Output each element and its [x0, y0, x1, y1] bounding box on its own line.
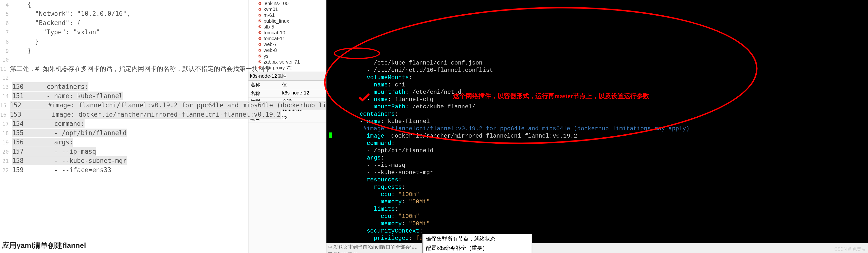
terminal-line: privileged: false — [339, 235, 866, 242]
tree-item-label: zabbix-server-71 — [264, 59, 300, 65]
session-icon — [258, 48, 262, 52]
line-number: 4 — [0, 0, 12, 9]
send-icon[interactable]: ✉ — [328, 244, 332, 250]
editor-line[interactable]: 10 — [0, 56, 248, 64]
tree-item-label: web-7 — [264, 42, 277, 47]
session-tree[interactable]: jenkins-100kvm01m-61public_linuxslb-5tom… — [248, 0, 326, 72]
line-number: 14 — [0, 92, 12, 101]
terminal-panel: 这个网络插件，以容器形式，运行再master节点上，以及设置运行参数 - /et… — [327, 0, 868, 253]
line-number: 7 — [0, 28, 12, 37]
tree-item-label: tomcat-11 — [264, 36, 285, 41]
code-text: 151 - name: kube-flannel — [12, 92, 123, 100]
editor-line[interactable]: 15152 #image: flannelcni/flannel:v0.19.2… — [0, 101, 248, 110]
annotation-ellipse-small — [334, 48, 380, 59]
session-icon — [258, 60, 262, 64]
line-number: 19 — [0, 138, 12, 147]
terminal-line: requests: — [339, 184, 866, 191]
editor-line[interactable]: 4 { — [0, 0, 248, 9]
props-header-key: 名称 — [248, 81, 280, 89]
task-snippet: 确保集群所有节点，就绪状态 配置k8s命令补全（重要） — [422, 234, 532, 253]
code-text: 154 command: — [12, 119, 85, 128]
terminal-line: memory: "50Mi" — [339, 198, 866, 205]
editor-line[interactable]: 14151 - name: kube-flannel — [0, 92, 248, 101]
props-row: 名称k8s-node-12 — [248, 89, 326, 98]
tree-item[interactable]: web-7 — [250, 41, 326, 47]
terminal-line: - --ip-masq — [339, 162, 866, 169]
tree-item[interactable]: ysl — [250, 53, 326, 59]
session-icon — [258, 36, 262, 41]
editor-line[interactable]: 9 } — [0, 46, 248, 56]
snippet-line: 配置k8s命令补全（重要） — [423, 244, 532, 253]
editor-line[interactable]: 11第二处，# 如果机器存在多网卡的话，指定内网网卡的名称，默认不指定的话会找第… — [0, 64, 248, 73]
editor-line[interactable]: 19156 args: — [0, 138, 248, 147]
tree-item-label: m-61 — [264, 12, 275, 18]
code-text: 152 #image: flannelcni/flannel:v0.19.2 f… — [10, 101, 334, 109]
code-text: 150 containers: — [12, 82, 88, 91]
tree-item[interactable]: public_linux — [250, 18, 326, 24]
code-text: { — [12, 0, 31, 9]
line-number: 12 — [0, 73, 12, 82]
tree-item[interactable]: m-61 — [250, 12, 326, 18]
editor-line[interactable]: 12 — [0, 73, 248, 82]
session-icon — [258, 1, 262, 6]
editor-panel: 4 {5 "Network": "10.2.0.0/16",6 "Backend… — [0, 0, 248, 253]
terminal-line: - /opt/bin/flanneld — [339, 147, 866, 154]
line-number: 5 — [0, 10, 12, 19]
tree-item-label: tomcat-10 — [264, 30, 285, 36]
line-number: 15 — [0, 101, 10, 110]
code-text: "Type": "vxlan" — [12, 28, 100, 36]
watermark: CSDN @免费名 — [834, 246, 866, 252]
tree-item-label: slb-5 — [264, 24, 274, 30]
editor-line[interactable]: 5 "Network": "10.2.0.0/16", — [0, 9, 248, 19]
terminal-line: limits: — [339, 205, 866, 213]
tree-item-label: web-8 — [264, 48, 277, 53]
editor-line[interactable]: 7 "Type": "vxlan" — [0, 28, 248, 37]
terminal-line: containers: — [339, 110, 866, 118]
terminal-line: args: — [339, 154, 866, 162]
line-number: 10 — [0, 56, 12, 64]
props-header-val: 值 — [280, 81, 326, 89]
terminal-line: cpu: "100m" — [339, 191, 866, 198]
code-text: 157 - --ip-masq — [12, 147, 96, 156]
terminal-line: cpu: "100m" — [339, 213, 866, 220]
code-text: 158 - --kube-subnet-mgr — [12, 156, 127, 165]
editor-content[interactable]: 4 {5 "Network": "10.2.0.0/16",6 "Backend… — [0, 0, 248, 236]
editor-line[interactable]: 17154 command: — [0, 119, 248, 129]
editor-line[interactable]: 22159 - --iface=ens33 — [0, 166, 248, 175]
session-icon — [258, 7, 262, 11]
terminal-output[interactable]: 这个网络插件，以容器形式，运行再master节点上，以及设置运行参数 - /et… — [327, 0, 868, 243]
snippet-line: 确保集群所有节点，就绪状态 — [423, 234, 532, 244]
props-value: k8s-node-12 — [280, 89, 326, 98]
editor-line[interactable]: 8 } — [0, 37, 248, 46]
session-tree-panel: jenkins-100kvm01m-61public_linuxslb-5tom… — [248, 0, 327, 253]
terminal-line: - name: kube-flannel — [339, 118, 866, 125]
code-text: 156 args: — [12, 138, 73, 147]
line-number: 17 — [0, 120, 12, 129]
send-text-label: 发送文本到当前Xshell窗口的全部会话。 — [334, 244, 420, 250]
tree-item[interactable]: kvm01 — [250, 6, 326, 12]
tree-item[interactable]: tomcat-10 — [250, 30, 326, 36]
code-text: 159 - --iface=ens33 — [12, 166, 111, 175]
code-text: "Backend": { — [12, 19, 81, 27]
tree-item-label: kvm01 — [264, 7, 278, 12]
editor-line[interactable]: 13150 containers: — [0, 82, 248, 92]
tree-item[interactable]: slb-5 — [250, 24, 326, 30]
section-heading: 应用yaml清单创建flannel — [0, 236, 248, 253]
tree-item[interactable]: jenkins-100 — [250, 0, 326, 6]
editor-line[interactable]: 21158 - --kube-subnet-mgr — [0, 156, 248, 166]
tree-item[interactable]: zabbix-server-71 — [250, 59, 326, 65]
line-number: 22 — [0, 166, 12, 175]
editor-line[interactable]: 20157 - --ip-masq — [0, 147, 248, 156]
editor-line[interactable]: 16153 image: docker.io/rancher/mirrored-… — [0, 110, 248, 119]
line-number: 6 — [0, 19, 12, 28]
editor-line[interactable]: 6 "Backend": { — [0, 19, 248, 28]
tree-item[interactable]: tomcat-11 — [250, 36, 326, 41]
session-icon — [258, 25, 262, 29]
code-text: } — [12, 37, 39, 46]
code-text: } — [12, 46, 31, 55]
session-icon — [258, 54, 262, 58]
terminal-line: resources: — [339, 176, 866, 184]
tree-item[interactable]: web-8 — [250, 47, 326, 53]
editor-line[interactable]: 18155 - /opt/bin/flanneld — [0, 129, 248, 138]
line-number: 9 — [0, 47, 12, 56]
